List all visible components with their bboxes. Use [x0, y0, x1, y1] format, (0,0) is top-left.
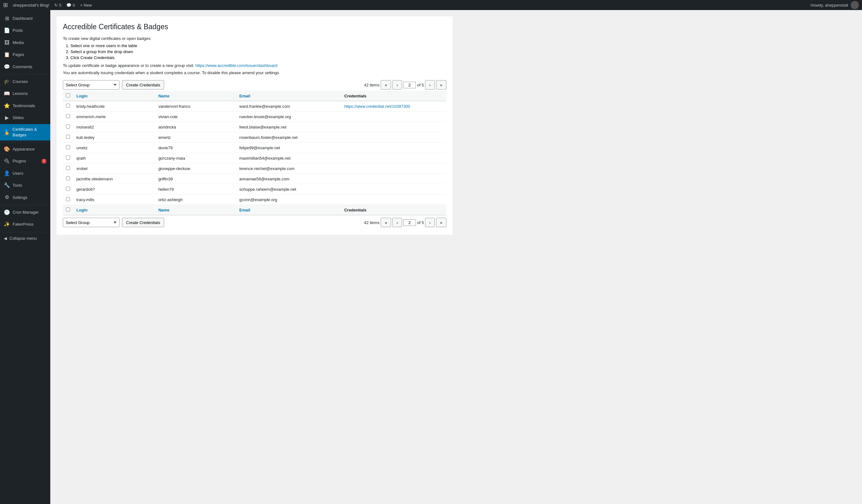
prev-page-top[interactable]: ‹	[392, 80, 402, 90]
first-page-top[interactable]: «	[381, 80, 391, 90]
row-checkbox-cell	[63, 132, 73, 143]
email-footer-header: Email	[236, 205, 341, 215]
menu-separator-1	[0, 74, 50, 75]
sidebar-item-appearance[interactable]: 🎨 Appearance	[0, 143, 50, 155]
create-credentials-top[interactable]: Create Credentials	[122, 80, 164, 90]
sidebar-item-users[interactable]: 👤 Users	[0, 168, 50, 180]
of-total-bottom: of 5	[417, 220, 424, 225]
login-header: Login	[73, 91, 155, 101]
login-cell: kub.lesley	[73, 132, 155, 143]
sidebar-item-label: Dashboard	[13, 16, 33, 21]
sidebar-item-plugins[interactable]: 🔌 Plugins 5	[0, 155, 50, 167]
last-page-bottom[interactable]: »	[436, 218, 446, 227]
name-footer-sort-link[interactable]: Name	[158, 208, 169, 212]
lessons-icon: 📖	[4, 90, 10, 97]
name-cell: vandervort-franco	[155, 101, 236, 111]
table-body: kristy.heathcotevandervort-francoward.fr…	[63, 101, 446, 205]
name-sort-link[interactable]: Name	[158, 94, 169, 98]
login-cell: emmerich.merle	[73, 111, 155, 122]
sidebar-item-dashboard[interactable]: ⊞ Dashboard	[0, 13, 50, 25]
credential-link[interactable]: https://www.credential.net/10397300	[344, 104, 410, 109]
row-checkbox[interactable]	[66, 156, 70, 160]
comments-count[interactable]: 💬 0	[66, 3, 75, 8]
admin-bar: ⊞ aheppenstall's Blog! ↻ 5 💬 0 + New How…	[0, 0, 862, 10]
row-checkbox[interactable]	[66, 104, 70, 108]
login-cell: jacinthe.stiedemann	[73, 174, 155, 184]
name-cell: giuseppe-deckow	[155, 163, 236, 174]
sidebar-item-label: Users	[13, 171, 23, 176]
login-footer-sort-link[interactable]: Login	[76, 208, 87, 212]
row-checkbox[interactable]	[66, 197, 70, 201]
sidebar-item-settings[interactable]: ⚙ Settings	[0, 191, 50, 203]
sidebar-item-faker[interactable]: ✨ FakerPress	[0, 218, 50, 230]
next-page-bottom[interactable]: ›	[425, 218, 434, 227]
sidebar-item-posts[interactable]: 📄 Posts	[0, 25, 50, 37]
email-cell: ward.frankie@example.com	[236, 101, 341, 111]
sidebar-item-label: Media	[13, 40, 24, 45]
sidebar-item-testimonials[interactable]: ⭐ Testimonials	[0, 100, 50, 112]
sidebar-item-comments[interactable]: 💬 Comments	[0, 61, 50, 73]
row-checkbox-cell	[63, 184, 73, 195]
current-page-top[interactable]	[403, 82, 416, 88]
email-footer-sort-link[interactable]: Email	[239, 208, 250, 212]
top-toolbar: Select Group Create Credentials 42 items…	[63, 80, 446, 90]
select-group-top[interactable]: Select Group	[63, 80, 119, 90]
accredible-link[interactable]: https://www.accredible.com/issuer/dashbo…	[195, 63, 277, 68]
current-page-bottom[interactable]	[403, 219, 416, 226]
sidebar-item-lessons[interactable]: 📖 Lessons	[0, 88, 50, 100]
sidebar-item-label: FakerPress	[13, 222, 33, 227]
table-row: kristy.heathcotevandervort-francoward.fr…	[63, 101, 446, 111]
sidebar-item-label: Plugins	[13, 158, 26, 164]
row-checkbox[interactable]	[66, 114, 70, 118]
step-3: Click Create Credentials	[70, 55, 446, 60]
row-checkbox[interactable]	[66, 145, 70, 149]
sidebar-item-pages[interactable]: 📋 Pages	[0, 49, 50, 61]
sidebar-item-label: Pages	[13, 52, 24, 57]
row-checkbox-cell	[63, 163, 73, 174]
plugins-icon: 🔌	[4, 158, 10, 165]
row-checkbox-cell	[63, 174, 73, 184]
first-page-bottom[interactable]: «	[381, 218, 391, 227]
check-all-checkbox[interactable]	[66, 93, 70, 97]
next-page-top[interactable]: ›	[425, 80, 434, 90]
collapse-menu-button[interactable]: ◀ Collapse menu	[0, 234, 50, 243]
row-checkbox-cell	[63, 122, 73, 132]
certificates-icon: 🏅	[4, 129, 10, 136]
wp-logo[interactable]: ⊞	[3, 2, 8, 9]
last-page-top[interactable]: »	[436, 80, 446, 90]
row-checkbox[interactable]	[66, 187, 70, 191]
row-checkbox[interactable]	[66, 176, 70, 180]
step-2: Select a group from the drop down	[70, 49, 446, 54]
email-sort-link[interactable]: Email	[239, 94, 250, 98]
new-content-button[interactable]: + New	[80, 3, 92, 8]
select-group-bottom[interactable]: Select Group	[63, 218, 119, 227]
name-footer-header: Name	[155, 205, 236, 215]
row-checkbox[interactable]	[66, 124, 70, 129]
posts-icon: 📄	[4, 27, 10, 34]
menu-separator-4	[0, 232, 50, 232]
sidebar-item-cron[interactable]: 🕐 Cron Manager	[0, 207, 50, 218]
page-wrap: Accredible Certificates & Badges To crea…	[56, 16, 453, 235]
sidebar-item-slides[interactable]: ▶ Slides	[0, 112, 50, 124]
create-credentials-bottom[interactable]: Create Credentials	[122, 218, 164, 227]
email-header: Email	[236, 91, 341, 101]
sidebar-item-tools[interactable]: 🔧 Tools	[0, 180, 50, 191]
updates-count[interactable]: ↻ 5	[54, 3, 61, 8]
prev-page-bottom[interactable]: ‹	[392, 218, 402, 227]
user-avatar[interactable]	[851, 1, 859, 9]
row-checkbox[interactable]	[66, 166, 70, 170]
sidebar-item-certificates[interactable]: 🏅 Certificates & Badges	[0, 124, 50, 141]
row-checkbox-cell	[63, 143, 73, 153]
sidebar-item-media[interactable]: 🖼 Media	[0, 37, 50, 49]
credentials-cell	[341, 184, 446, 195]
sidebar-item-courses[interactable]: 🎓 Courses	[0, 76, 50, 88]
login-cell: tracy.mills	[73, 195, 155, 205]
name-cell: aondricka	[155, 122, 236, 132]
row-checkbox[interactable]	[66, 135, 70, 139]
login-sort-link[interactable]: Login	[76, 94, 87, 98]
sidebar-item-label: Tools	[13, 183, 22, 188]
site-name[interactable]: aheppenstall's Blog!	[13, 3, 49, 8]
slides-icon: ▶	[4, 114, 10, 121]
check-all-footer-checkbox[interactable]	[66, 208, 70, 211]
row-checkbox-cell	[63, 195, 73, 205]
